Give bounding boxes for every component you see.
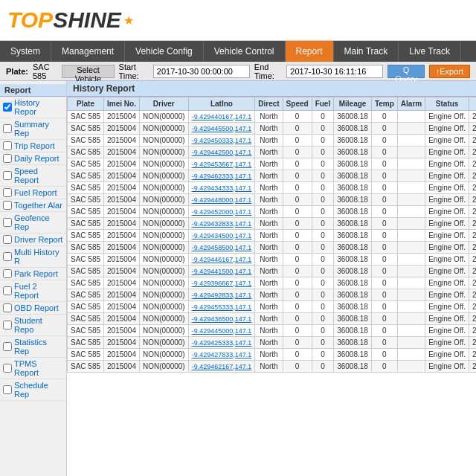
cell-8-8: 0 — [371, 206, 397, 218]
start-time-input[interactable] — [153, 65, 250, 78]
cell-7-1: 2015004 — [104, 194, 140, 206]
cell-16-3[interactable]: -9.429455333,147.1 — [188, 301, 255, 313]
query-button[interactable]: Q Query — [387, 65, 424, 78]
sidebar-item-park[interactable]: Park Report — [0, 268, 66, 280]
cell-1-3[interactable]: -9.429445500,147.1 — [188, 123, 255, 135]
fuel2-checkbox[interactable] — [3, 286, 12, 295]
sidebar-item-tpms[interactable]: TPMS Report — [0, 358, 66, 379]
cell-10-5: 0 — [283, 230, 312, 242]
cell-18-5: 0 — [283, 325, 312, 337]
cell-19-8: 0 — [371, 337, 397, 349]
sidebar-item-student[interactable]: Student Repo — [0, 315, 66, 336]
obd-checkbox[interactable] — [3, 303, 12, 312]
fuel-checkbox[interactable] — [3, 188, 12, 197]
cell-2-3[interactable]: -9.429450333,147.1 — [188, 135, 255, 147]
cell-6-1: 2015004 — [104, 182, 140, 194]
sidebar-item-fuel[interactable]: Fuel Report — [0, 187, 66, 199]
nav-vehicle-config[interactable]: Vehicle Config — [125, 41, 204, 62]
cell-8-10: Engine Off. — [425, 206, 469, 218]
cell-15-3[interactable]: -9.429492833,147.1 — [188, 289, 255, 301]
cell-17-5: 0 — [283, 313, 312, 325]
cell-20-3[interactable]: -9.429427833,147.1 — [188, 349, 255, 361]
cell-21-3[interactable]: -9.429462167,147.1 — [188, 361, 255, 373]
park-checkbox[interactable] — [3, 269, 12, 278]
nav-vehicle-control[interactable]: Vehicle Control — [204, 41, 286, 62]
cell-4-3[interactable]: -9.429453667,147.1 — [188, 158, 255, 170]
table-row: SAC 5852015004NON(00000)-9.429440167,147… — [68, 111, 477, 123]
nav-management[interactable]: Management — [51, 41, 125, 62]
sidebar-item-fuel2[interactable]: Fuel 2 Report — [0, 280, 66, 302]
history-checkbox[interactable] — [3, 103, 12, 112]
cell-19-3[interactable]: -9.429425333,147.1 — [188, 337, 255, 349]
table-row: SAC 5852015004NON(00000)-9.429448000,147… — [68, 194, 477, 206]
cell-1-9 — [397, 123, 425, 135]
nav-system[interactable]: System — [0, 41, 51, 62]
sidebar-item-summary[interactable]: Summary Rep — [0, 118, 66, 140]
sidebar-item-obd[interactable]: OBD Report — [0, 302, 66, 315]
student-checkbox[interactable] — [3, 321, 12, 329]
cell-6-3[interactable]: -9.429434333,147.1 — [188, 182, 255, 194]
nav-report[interactable]: Report — [286, 41, 334, 62]
sidebar-item-statistics[interactable]: Statistics Rep — [0, 336, 66, 358]
table-row: SAC 5852015004NON(00000)-9.429462333,147… — [68, 170, 477, 182]
cell-16-0: SAC 585 — [68, 301, 104, 313]
cell-14-3[interactable]: -9.429396667,147.1 — [188, 277, 255, 289]
cell-11-3[interactable]: -9.429458500,147.1 — [188, 242, 255, 254]
cell-17-7: 36008.18 — [334, 313, 372, 325]
schedule-checkbox[interactable] — [3, 385, 12, 394]
cell-11-9 — [397, 242, 425, 254]
cell-18-8: 0 — [371, 325, 397, 337]
cell-2-0: SAC 585 — [68, 135, 104, 147]
statistics-checkbox[interactable] — [3, 342, 12, 351]
select-vehicle-button[interactable]: Select Vehicle — [62, 65, 114, 78]
sidebar-item-driver[interactable]: Driver Report — [0, 234, 66, 246]
driver-checkbox[interactable] — [3, 235, 12, 244]
cell-18-3[interactable]: -9.429445000,147.1 — [188, 325, 255, 337]
cell-5-4: North — [255, 170, 283, 182]
cell-4-4: North — [255, 158, 283, 170]
cell-13-3[interactable]: -9.429441500,147.1 — [188, 266, 255, 277]
cell-6-8: 0 — [371, 182, 397, 194]
sidebar-item-history[interactable]: History Repor — [0, 97, 66, 118]
sidebar-item-geofence[interactable]: Geofence Rep — [0, 212, 66, 234]
sidebar-item-multihistory[interactable]: Multi History R — [0, 246, 66, 268]
daily-checkbox[interactable] — [3, 154, 12, 163]
cell-12-3[interactable]: -9.429446167,147.1 — [188, 254, 255, 266]
sidebar-item-daily[interactable]: Daily Report — [0, 152, 66, 165]
sidebar-item-speed[interactable]: Speed Report — [0, 165, 66, 187]
sidebar-item-together[interactable]: Together Alar — [0, 199, 66, 212]
content: History Report Plate Imei No. Driver Lat… — [67, 81, 476, 476]
cell-10-3[interactable]: -9.429434500,147.1 — [188, 230, 255, 242]
cell-17-3[interactable]: -9.429436500,147.1 — [188, 313, 255, 325]
cell-5-3[interactable]: -9.429462333,147.1 — [188, 170, 255, 182]
tpms-checkbox[interactable] — [3, 364, 12, 373]
multihistory-checkbox[interactable] — [3, 252, 12, 261]
cell-6-10: Engine Off. — [425, 182, 469, 194]
nav-main-track[interactable]: Main Track — [334, 41, 399, 62]
cell-7-3[interactable]: -9.429448000,147.1 — [188, 194, 255, 206]
end-time-input[interactable] — [286, 65, 383, 78]
cell-9-3[interactable]: -9.429432833,147.1 — [188, 218, 255, 230]
cell-0-11: 2017/10/30 0:26:57 — [469, 111, 476, 123]
cell-20-8: 0 — [371, 349, 397, 361]
trip-checkbox[interactable] — [3, 141, 12, 150]
cell-6-11: 2017/10/30 0:23:57 — [469, 182, 476, 194]
cell-8-3[interactable]: -9.429452000,147.1 — [188, 206, 255, 218]
cell-7-9 — [397, 194, 425, 206]
cell-0-3[interactable]: -9.429440167,147.1 — [188, 111, 255, 123]
together-checkbox[interactable] — [3, 201, 12, 210]
sidebar-item-schedule[interactable]: Schedule Rep — [0, 379, 66, 401]
history-table: Plate Imei No. Driver LatIno Direct Spee… — [67, 97, 476, 373]
summary-checkbox[interactable] — [3, 124, 12, 133]
geofence-checkbox[interactable] — [3, 218, 12, 227]
speed-checkbox[interactable] — [3, 171, 12, 180]
cell-4-6: 0 — [312, 158, 334, 170]
cell-7-8: 0 — [371, 194, 397, 206]
cell-16-7: 36008.18 — [334, 301, 372, 313]
export-button[interactable]: ↑Export — [429, 65, 470, 78]
sidebar-item-trip[interactable]: Trip Report — [0, 140, 66, 152]
cell-21-11: 2017/10/30 0:41:57 — [469, 361, 476, 373]
logo-star-icon: ★ — [123, 13, 134, 28]
nav-live-track[interactable]: Live Track — [399, 41, 461, 62]
cell-3-3[interactable]: -9.429442500,147.1 — [188, 147, 255, 158]
